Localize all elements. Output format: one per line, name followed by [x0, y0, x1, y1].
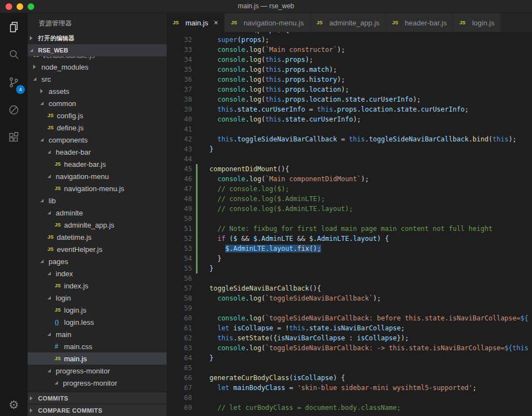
chevron-down-icon[interactable]	[47, 150, 56, 154]
chevron-down-icon[interactable]	[47, 211, 56, 214]
sidebar-section-COMMITS[interactable]: COMMITS	[28, 392, 167, 404]
chevron-right-icon[interactable]	[30, 36, 38, 40]
code-line[interactable]: 43 }	[167, 144, 532, 154]
tab-adminlte_app.js[interactable]: JSadminlte_app.js	[311, 13, 386, 32]
sidebar-section-打开的编辑器[interactable]: 打开的编辑器	[28, 32, 167, 44]
code-line[interactable]: 55 }	[167, 264, 532, 273]
tree-file-eventHelper.js[interactable]: JSeventHelper.js	[28, 243, 167, 255]
code-line[interactable]: 45 componentDidMount(){	[167, 164, 532, 174]
code-line[interactable]: 40 console.log(this.state.curUserInfo);	[167, 114, 532, 124]
code-line[interactable]: 36 console.log(this.props.history);	[167, 75, 532, 85]
tree-file-main.js[interactable]: JSmain.js	[28, 352, 167, 365]
chevron-right-icon[interactable]	[33, 65, 41, 69]
tree-folder-index[interactable]: index	[28, 267, 167, 280]
code-line[interactable]: 50	[167, 214, 532, 224]
code-line[interactable]: 35 console.log(this.props.match);	[167, 65, 532, 75]
code-line[interactable]: 60 console.log(`toggleSideNaviBarCallbac…	[167, 313, 532, 323]
chevron-down-icon[interactable]	[47, 272, 56, 275]
tree-file-main.css[interactable]: #main.css	[28, 340, 167, 352]
tree-file-login.js[interactable]: JSlogin.js	[28, 304, 167, 316]
tree-file-config.js[interactable]: JSconfig.js	[28, 109, 167, 122]
code-line[interactable]: 54 }	[167, 254, 532, 264]
code-line[interactable]: 44	[167, 154, 532, 164]
tree-folder-src[interactable]: src	[28, 73, 167, 85]
tab-main.js[interactable]: JSmain.js×	[167, 13, 225, 32]
code-line[interactable]: 67 let mainBodyClass = 'skin-blue sideba…	[167, 383, 532, 393]
tree-file-vendor.bundle.js[interactable]: JSvendor.bundle.js	[28, 56, 167, 61]
code-line[interactable]: 57 toggleSideNaviBarCallback(){	[167, 283, 532, 293]
tree-folder-progress-monitor[interactable]: progress-monitor	[28, 365, 167, 377]
code-line[interactable]: 62 this.setState({isNaviBarCollapse : is…	[167, 333, 532, 343]
debug-activity-button[interactable]	[0, 96, 28, 124]
tab-header-bar.js[interactable]: JSheader-bar.js	[386, 13, 454, 32]
tree-folder-navigation-menu[interactable]: navigation-menu	[28, 170, 167, 182]
tree-folder-adminlte[interactable]: adminlte	[28, 207, 167, 219]
tree-folder-progress-monitor[interactable]: progress-monitor	[28, 377, 167, 389]
tree-folder-pages[interactable]: pages	[28, 255, 167, 267]
chevron-down-icon[interactable]	[33, 77, 41, 81]
chevron-down-icon[interactable]	[47, 369, 56, 372]
tree-file-navigation-menu.js[interactable]: JSnavigation-menu.js	[28, 182, 167, 194]
chevron-right-icon[interactable]	[40, 89, 49, 93]
code-line[interactable]: 58 console.log(`toggleSideNaviBarCallbac…	[167, 293, 532, 303]
chevron-down-icon[interactable]	[40, 199, 49, 202]
tree-file-login.less[interactable]: {}login.less	[28, 316, 167, 328]
code-line[interactable]: 38 console.log(this.props.location.state…	[167, 94, 532, 104]
explorer-activity-button[interactable]	[0, 13, 28, 41]
tree-folder-lib[interactable]: lib	[28, 194, 167, 207]
code-line[interactable]: 52 if ($ && $.AdminLTE && $.AdminLTE.lay…	[167, 234, 532, 244]
code-line[interactable]: 49 // console.log($.AdminLTE.layout);	[167, 204, 532, 214]
tree-folder-components[interactable]: components	[28, 134, 167, 146]
tab-navigation-menu.js[interactable]: JSnavigation-menu.js	[225, 13, 310, 32]
code-editor[interactable]: 31 constructor(props) {32 super(props);3…	[167, 32, 532, 416]
code-line[interactable]: 42 this.toggleSideNaviBarCallback = this…	[167, 134, 532, 144]
code-line[interactable]: 39 this.state.curUserInfo = this.props.l…	[167, 104, 532, 114]
close-icon[interactable]: ×	[214, 19, 218, 27]
code-line[interactable]: 65	[167, 363, 532, 373]
chevron-right-icon[interactable]	[30, 396, 38, 401]
tree-folder-header-bar[interactable]: header-bar	[28, 146, 167, 158]
tab-login.js[interactable]: JSlogin.js	[453, 13, 501, 32]
source-control-activity-button[interactable]: 4	[0, 69, 28, 96]
chevron-down-icon[interactable]	[47, 296, 56, 299]
chevron-down-icon[interactable]	[40, 260, 49, 263]
code-line[interactable]: 47 // console.log($);	[167, 184, 532, 194]
code-line[interactable]: 41	[167, 124, 532, 134]
code-line[interactable]: 33 console.log(`Main constructor`);	[167, 45, 532, 55]
tree-folder-login[interactable]: login	[28, 292, 167, 304]
code-line[interactable]: 61 let isCollapse = !this.state.isNaviBa…	[167, 323, 532, 333]
code-line[interactable]: 32 super(props);	[167, 35, 532, 45]
tree-folder-main[interactable]: main	[28, 328, 167, 340]
settings-button[interactable]: ⚙	[0, 398, 28, 412]
chevron-down-icon[interactable]	[40, 138, 49, 141]
code-line[interactable]: 48 // console.log($.AdminLTE);	[167, 194, 532, 204]
code-line[interactable]: 56	[167, 273, 532, 283]
sidebar-section-COMPARE COMMITS[interactable]: COMPARE COMMITS	[28, 404, 167, 416]
tree-file-datetime.js[interactable]: JSdatetime.js	[28, 231, 167, 243]
code-line[interactable]: 37 console.log(this.props.location);	[167, 85, 532, 94]
tree-file-index.js[interactable]: JSindex.js	[28, 280, 167, 292]
tree-folder-common[interactable]: common	[28, 97, 167, 109]
sidebar-section-RSE_WEB[interactable]: RSE_WEB	[28, 44, 167, 56]
chevron-down-icon[interactable]	[47, 175, 56, 178]
tree-folder-assets[interactable]: assets	[28, 85, 167, 97]
code-line[interactable]: 68	[167, 393, 532, 403]
tree-file-header-bar.js[interactable]: JSheader-bar.js	[28, 158, 167, 170]
chevron-down-icon[interactable]	[55, 381, 63, 385]
extensions-activity-button[interactable]	[0, 124, 28, 151]
search-activity-button[interactable]	[0, 41, 28, 69]
code-line[interactable]: 53 $.AdminLTE.layout.fix();	[167, 244, 532, 254]
code-line[interactable]: 51 // Note: fixbug for first load main p…	[167, 224, 532, 234]
chevron-down-icon[interactable]	[40, 102, 49, 105]
code-line[interactable]: 34 console.log(this.props);	[167, 55, 532, 65]
chevron-right-icon[interactable]	[30, 408, 38, 413]
chevron-down-icon[interactable]	[30, 49, 38, 52]
code-line[interactable]: 66 generateCurBodyClass(isCollapse) {	[167, 373, 532, 383]
chevron-down-icon[interactable]	[47, 333, 56, 336]
code-line[interactable]: 64 }	[167, 353, 532, 363]
code-line[interactable]: 63 console.log(`toggleSideNaviBarCallbac…	[167, 343, 532, 353]
code-line[interactable]: 59	[167, 303, 532, 313]
tree-file-adminlte_app.js[interactable]: JSadminlte_app.js	[28, 219, 167, 231]
tree-file-define.js[interactable]: JSdefine.js	[28, 122, 167, 134]
tree-folder-node_modules[interactable]: node_modules	[28, 61, 167, 73]
